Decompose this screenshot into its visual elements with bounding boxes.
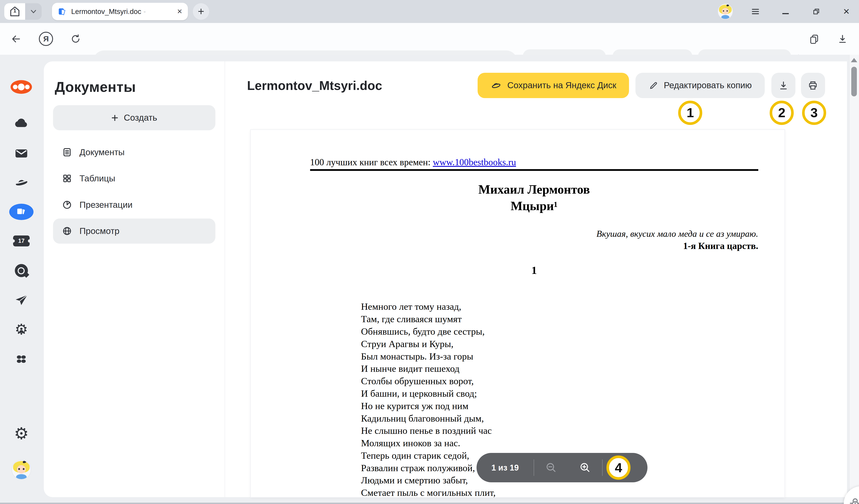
restore-icon <box>812 8 820 15</box>
promo-link[interactable]: www.100bestbooks.ru <box>433 157 516 167</box>
globe-icon <box>62 226 72 236</box>
poem-line: Сметает пыль с могильных плит, <box>361 487 496 497</box>
tab-close-icon[interactable]: ✕ <box>177 8 183 15</box>
poem-line: Но не курится уж под ним <box>361 400 496 412</box>
pencil-icon <box>649 80 659 90</box>
refresh-button[interactable] <box>66 29 86 49</box>
annotation-badge-3: 3 <box>802 101 826 125</box>
tab-bar: 1 Lermontov_Mtsyri.doc - ✕ + <box>0 0 859 23</box>
messenger-icon[interactable] <box>0 264 43 277</box>
sidebar-item-presentations[interactable]: Презентации <box>53 192 215 217</box>
browser-window: 1 Lermontov_Mtsyri.doc - ✕ + <box>0 0 859 504</box>
tab-group-control[interactable]: 1 <box>4 3 42 20</box>
yandex-docs-favicon <box>58 7 67 16</box>
contacts-icon[interactable]: ⚙ <box>0 322 43 337</box>
yandex-home-button[interactable]: Я <box>36 29 56 49</box>
downloads-icon <box>837 34 848 44</box>
item-label: Документы <box>79 147 124 157</box>
new-tab-button[interactable]: + <box>193 3 209 20</box>
document-page: 100 лучших книг всех времен: www.100best… <box>251 130 784 497</box>
yandex-disk-icon <box>490 80 502 91</box>
address-toolbar: Я docs.yandex.ru Lermontov_Mtsyri.doc - … <box>0 23 859 55</box>
zoom-in-button[interactable] <box>568 461 602 474</box>
scrollbar-thumb[interactable] <box>851 67 857 96</box>
documents-service-icon[interactable] <box>0 204 43 220</box>
maximize-button[interactable] <box>809 0 823 23</box>
poem-line: Струи Арагвы и Куры, <box>361 338 496 350</box>
close-window-button[interactable]: ✕ <box>839 0 854 23</box>
tables-icon <box>62 173 72 184</box>
settings-gear-icon[interactable]: ⚙ <box>0 425 43 442</box>
sidebar-item-view[interactable]: Просмотр <box>53 218 215 244</box>
main-area: 17 ⚙ ⚙ <box>0 55 859 504</box>
scrollbar-track[interactable] <box>849 55 859 504</box>
item-label: Презентации <box>79 200 133 210</box>
side-panels-button[interactable] <box>804 29 824 49</box>
tab-group-expand-button[interactable] <box>25 3 42 20</box>
ticket-badge-icon[interactable]: 17 <box>0 235 43 246</box>
paper-plane-icon[interactable] <box>0 293 43 308</box>
browser-menu-button[interactable] <box>749 0 763 23</box>
promo-line: 100 лучших книг всех времен: www.100best… <box>310 157 516 167</box>
rail-profile-avatar[interactable] <box>0 460 43 479</box>
edit-copy-label: Редактировать копию <box>664 80 752 90</box>
window-bottom-frame <box>0 503 859 504</box>
browser-logo-icon[interactable] <box>0 80 43 94</box>
annotation-badge-4: 4 <box>606 456 631 479</box>
annotation-badge-1: 1 <box>678 101 702 125</box>
download-doc-button[interactable] <box>771 73 796 98</box>
saucer-icon[interactable] <box>0 175 43 190</box>
zoom-out-icon <box>545 461 557 474</box>
horizontal-rule <box>310 169 758 171</box>
sidebar-item-documents[interactable]: Документы <box>53 139 215 165</box>
pie-chart-icon <box>62 200 72 210</box>
poem-author: Михаил Лермонтов <box>310 182 758 197</box>
promo-prefix: 100 лучших книг всех времен: <box>310 157 433 167</box>
bug-report-icon <box>848 497 859 504</box>
item-label: Просмотр <box>79 226 119 236</box>
poem-line: Кадильниц благовонный дым, <box>361 412 496 425</box>
poem-title: Мцыри¹ <box>310 199 758 213</box>
zoom-out-button[interactable] <box>534 461 568 474</box>
poem-text: Немного лет тому назад, Там, где сливаяс… <box>361 301 496 497</box>
sidebar-item-tables[interactable]: Таблицы <box>53 166 215 191</box>
poem-line: Людьми и смертию забыт, <box>361 474 496 487</box>
back-button[interactable] <box>6 29 26 49</box>
poem-line: Столбы обрушенных ворот, <box>361 375 496 387</box>
document-title: Lermontov_Mtsyri.doc <box>247 78 382 93</box>
section-number: 1 <box>310 264 758 276</box>
refresh-icon <box>71 34 81 44</box>
profile-avatar[interactable] <box>718 0 733 23</box>
tab-counter-button[interactable]: 1 <box>4 3 25 20</box>
poem-line: Был монастырь. Из-за горы <box>361 350 496 363</box>
poem-line: Развалин страж полуживой, <box>361 462 496 474</box>
poem-line: Обнявшись, будто две сестры, <box>361 325 496 338</box>
back-arrow-icon <box>10 33 21 44</box>
yandex-logo-icon: Я <box>39 32 53 46</box>
avatar-image <box>718 4 733 19</box>
tab-title: Lermontov_Mtsyri.doc <box>71 7 141 16</box>
downloads-button[interactable] <box>833 29 853 49</box>
edit-copy-button[interactable]: Редактировать копию <box>635 73 765 98</box>
services-grid-icon[interactable] <box>0 352 43 366</box>
poem-line: И нынче видит пешеход <box>361 363 496 375</box>
docs-panel-title: Документы <box>55 79 136 95</box>
chevron-down-icon <box>30 8 37 15</box>
disk-cloud-icon[interactable] <box>0 117 43 131</box>
print-doc-button[interactable] <box>801 73 825 98</box>
browser-tab[interactable]: Lermontov_Mtsyri.doc - ✕ <box>52 3 188 20</box>
epigraph: Вкушая, вкусих мало меда и се аз умираю. <box>310 228 758 239</box>
page-indicator: 1 из 19 <box>477 463 533 472</box>
poem-line: Там, где сливаяся шумят <box>361 313 496 325</box>
minimize-button[interactable] <box>779 0 793 23</box>
save-to-disk-button[interactable]: Сохранить на Яндекс Диск <box>478 73 629 98</box>
plus-icon: + <box>111 111 118 125</box>
scrollbar-up-button[interactable] <box>851 58 857 62</box>
hamburger-icon <box>751 7 760 16</box>
docs-sidebar: Документы + Создать Документы <box>44 61 225 497</box>
mail-icon[interactable] <box>0 146 43 161</box>
create-button[interactable]: + Создать <box>53 105 215 130</box>
poem-line: Не слышно пенье в поздний час <box>361 425 496 437</box>
document-icon <box>62 147 72 157</box>
side-panels-icon <box>809 34 819 44</box>
